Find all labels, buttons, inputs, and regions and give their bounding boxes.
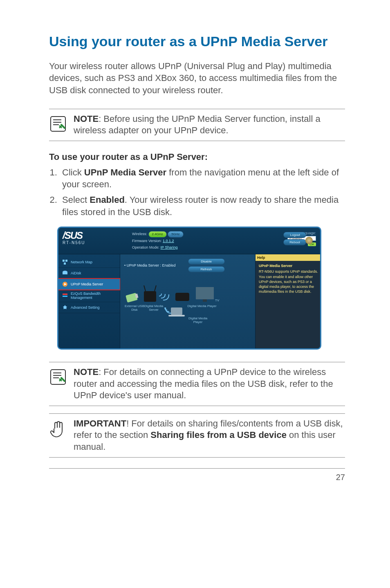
main-panel: • UPnP Media Server : Enabled Disable Re… <box>120 254 255 348</box>
important-bold: IMPORTANT <box>74 418 126 429</box>
op-link[interactable]: IP Sharing <box>161 245 178 249</box>
note1-bold: NOTE <box>74 114 99 124</box>
svg-line-14 <box>155 285 156 291</box>
band-5ghz-button[interactable]: 5GHz <box>168 231 183 238</box>
step2-bold: Enabled <box>90 195 125 205</box>
sidebar-item-label: Network Map <box>71 260 92 264</box>
label-dmp: Digital Media Player <box>186 304 218 308</box>
sidebar-item-upnp[interactable]: UPnP Media Server <box>58 278 121 290</box>
svg-rect-19 <box>171 307 182 315</box>
advanced-icon <box>62 304 68 311</box>
svg-rect-5 <box>63 272 67 274</box>
note-box-2: NOTE: For details on connecting a UPnP d… <box>49 362 345 406</box>
band-24ghz-button[interactable]: 2.4GHz <box>148 231 167 238</box>
svg-rect-0 <box>51 117 65 131</box>
note-icon <box>49 368 67 386</box>
step-2: Select Enabled. Your wireless router is … <box>60 194 345 218</box>
sidebar-item-advanced[interactable]: Advanced Setting <box>58 302 120 313</box>
svg-rect-8 <box>63 294 67 295</box>
upnp-icon <box>62 281 68 287</box>
hand-icon <box>49 420 67 441</box>
svg-rect-17 <box>203 299 207 302</box>
procedure-heading: To use your router as a UPnP Server: <box>49 152 345 162</box>
svg-rect-18 <box>168 315 185 316</box>
help-subtitle: UPnP Media Server <box>259 263 320 268</box>
wireless-label: Wireless: <box>132 232 147 236</box>
reboot-button[interactable]: Reboot <box>283 239 306 245</box>
svg-line-13 <box>144 285 146 291</box>
refresh-button[interactable]: Refresh <box>188 266 225 272</box>
brand-model: RT-N56U <box>63 240 132 245</box>
svg-rect-16 <box>196 287 214 299</box>
logout-button[interactable]: Logout <box>283 232 306 238</box>
svg-rect-12 <box>144 291 156 302</box>
label-tv: TV <box>215 298 219 302</box>
fw-link[interactable]: 1.0.1.2 <box>163 239 174 243</box>
note1-text: : Before using the UPnP Media Server fun… <box>74 114 321 136</box>
important-bold2: Sharing files from a USB device <box>150 430 287 440</box>
important-box: IMPORTANT! For details on sharing files/… <box>49 413 345 458</box>
label-ext-usb: External USB Disk <box>124 304 145 312</box>
step-1: Click UPnP Media Server from the navigat… <box>60 166 345 191</box>
note2-text: : For details on connecting a UPnP devic… <box>74 367 333 400</box>
svg-rect-1 <box>63 260 65 262</box>
page-title: Using your router as a UPnP Media Server <box>49 33 345 50</box>
svg-rect-20 <box>51 370 65 384</box>
help-title: Help <box>256 254 321 261</box>
globe-icon <box>305 237 313 244</box>
svg-rect-3 <box>64 263 66 265</box>
router-header: /SUS RT-N56U Wireless: 2.4GHz 5GHz Firmw… <box>58 228 320 255</box>
svg-rect-9 <box>63 296 67 297</box>
steps-list: Click UPnP Media Server from the navigat… <box>49 166 345 218</box>
sidebar-item-label: Advanced Setting <box>71 305 100 310</box>
sidebar-item-network-map[interactable]: Network Map <box>58 257 120 268</box>
intro-paragraph: Your wireless router allows UPnP (Univer… <box>49 60 345 97</box>
sidebar: Network Map AiDisk UPnP Media Server <box>58 254 120 348</box>
sidebar-item-aidisk[interactable]: AiDisk <box>58 268 120 279</box>
network-map-icon <box>62 259 68 265</box>
help-panel: Help UPnP Media Server RT-N56U supports … <box>255 254 321 348</box>
sidebar-item-label: AiDisk <box>71 271 81 275</box>
ezqos-icon <box>62 292 68 299</box>
label-dms: Digital Media Server <box>144 304 164 312</box>
page-number: 27 <box>49 473 345 482</box>
disable-button[interactable]: Disable <box>188 258 225 265</box>
step1-bold: UPnP Media Server <box>84 167 166 177</box>
svg-rect-15 <box>175 293 189 301</box>
step2-pre: Select <box>62 195 90 205</box>
sidebar-item-label: UPnP Media Server <box>71 282 103 286</box>
note-icon <box>49 115 67 133</box>
status-text: UPnP Media Server : Enabled <box>127 263 176 267</box>
svg-rect-2 <box>65 260 67 262</box>
label-dmp2: Digital Media Player <box>186 316 210 324</box>
step1-pre: Click <box>62 167 84 177</box>
footer-rule <box>49 468 345 469</box>
sidebar-item-ezqos[interactable]: EzQoS Bandwidth Management <box>58 290 120 302</box>
note-box-1: NOTE: Before using the UPnP Media Server… <box>49 109 345 141</box>
brand-logo: /SUS <box>63 231 132 240</box>
note2-bold: NOTE <box>74 367 99 377</box>
aidisk-icon <box>62 270 68 276</box>
op-label: Operation Mode: <box>132 245 159 249</box>
router-screenshot: /SUS RT-N56U Wireless: 2.4GHz 5GHz Firmw… <box>57 227 345 350</box>
help-body: RT-N56U supports UPnP standards. You can… <box>259 269 318 294</box>
sidebar-item-label: EzQoS Bandwidth Management <box>71 292 117 300</box>
fw-label: Firmware Version: <box>132 239 162 243</box>
